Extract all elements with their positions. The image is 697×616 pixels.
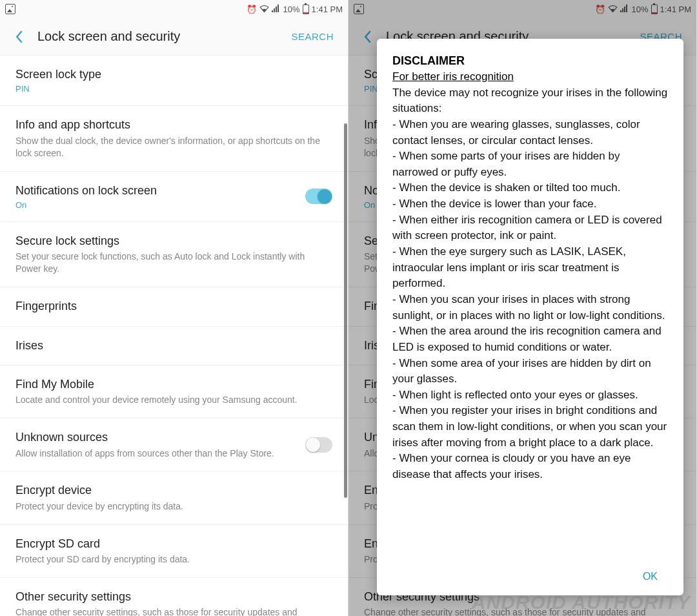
back-button[interactable] — [6, 24, 32, 50]
setting-value: PIN — [15, 84, 332, 94]
dialog-subtitle: For better iris recognition — [392, 69, 668, 85]
svg-rect-0 — [272, 10, 273, 12]
setting-irises[interactable]: Irises — [0, 327, 348, 365]
setting-description: Locate and control your device remotely … — [15, 394, 332, 406]
dialog-bullet: - When the eye surgery such as LASIK, LA… — [392, 244, 668, 292]
svg-rect-2 — [276, 6, 277, 12]
setting-encrypt_device[interactable]: Encrypt deviceProtect your device by enc… — [0, 471, 348, 524]
setting-title: Secure lock settings — [15, 234, 332, 249]
setting-title: Screen lock type — [15, 67, 332, 82]
setting-title: Fingerprints — [15, 299, 332, 314]
dialog-bullet: - When some area of your irises are hidd… — [392, 356, 668, 387]
setting-description: Protect your device by encrypting its da… — [15, 500, 332, 513]
time: 1:41 PM — [312, 5, 343, 14]
header: Lock screen and security SEARCH — [0, 18, 348, 56]
status-bar: ⏰ 10% 1:41 PM — [0, 0, 348, 18]
setting-description: Protect your SD card by encrypting its d… — [15, 553, 332, 566]
picture-indicator-icon — [5, 4, 15, 14]
setting-description: Allow installation of apps from sources … — [15, 447, 298, 460]
setting-title: Unknown sources — [15, 430, 298, 445]
dialog-bullet: - When you scan your irises in places wi… — [392, 292, 668, 323]
dialog-body: For better iris recognition The device m… — [392, 69, 668, 559]
dialog-bullet: - When the device is lower than your fac… — [392, 196, 668, 212]
disclaimer-dialog: DISCLAIMER For better iris recognition T… — [377, 39, 683, 595]
setting-title: Info and app shortcuts — [15, 118, 332, 132]
dialog-bullet: - When you are wearing glasses, sunglass… — [392, 117, 668, 149]
setting-encrypt_sd[interactable]: Encrypt SD cardProtect your SD card by e… — [0, 525, 348, 578]
svg-rect-1 — [274, 8, 275, 12]
setting-description: Show the dual clock, the device owner's … — [15, 135, 332, 159]
setting-title: Encrypt device — [15, 483, 332, 498]
dialog-title: DISCLAIMER — [392, 54, 668, 68]
toggle-switch[interactable] — [305, 437, 332, 453]
setting-description: Set your secure lock functions, such as … — [15, 251, 332, 275]
toggle-switch[interactable] — [305, 189, 332, 204]
dialog-bullet: - When your cornea is cloudy or you have… — [392, 451, 668, 482]
dialog-ok-button[interactable]: OK — [632, 566, 668, 588]
dialog-bullet: - When you register your irises in brigh… — [392, 403, 668, 451]
search-action[interactable]: SEARCH — [283, 26, 341, 47]
battery-icon — [303, 5, 309, 14]
screen-right: ⏰ 10% 1:41 PM Lock screen and security S… — [348, 0, 697, 616]
battery-pct: 10% — [283, 5, 300, 14]
setting-title: Encrypt SD card — [15, 537, 332, 551]
setting-info_shortcuts[interactable]: Info and app shortcutsShow the dual cloc… — [0, 106, 348, 171]
setting-description: Change other security settings, such as … — [15, 606, 332, 616]
page-title: Lock screen and security — [32, 29, 283, 44]
dialog-bullet: - When the device is shaken or tilted to… — [392, 180, 668, 196]
setting-title: Irises — [15, 338, 332, 353]
scrollbar[interactable] — [344, 123, 347, 498]
dialog-bullet: - When some parts of your irises are hid… — [392, 149, 668, 180]
setting-unknown_sources[interactable]: Unknown sourcesAllow installation of app… — [0, 418, 348, 471]
setting-title: Notifications on lock screen — [15, 183, 298, 198]
dialog-bullet: - When the area around the iris recognit… — [392, 323, 668, 355]
svg-rect-3 — [278, 5, 279, 12]
setting-screen_lock[interactable]: Screen lock typePIN — [0, 56, 348, 106]
signal-icon — [272, 5, 281, 14]
alarm-icon: ⏰ — [247, 5, 257, 14]
setting-notifications[interactable]: Notifications on lock screenOn — [0, 172, 348, 222]
dialog-bullet: - When light is reflected onto your eyes… — [392, 387, 668, 404]
setting-secure_lock[interactable]: Secure lock settingsSet your secure lock… — [0, 222, 348, 287]
setting-find_mobile[interactable]: Find My MobileLocate and control your de… — [0, 365, 348, 418]
wifi-icon — [259, 5, 269, 14]
setting-value: On — [15, 200, 298, 210]
screen-left: ⏰ 10% 1:41 PM Lock screen and security S… — [0, 0, 348, 616]
dialog-intro: The device may not recognize your irises… — [392, 85, 668, 117]
dialog-bullet: - When either iris recognition camera or… — [392, 212, 668, 244]
setting-fingerprints[interactable]: Fingerprints — [0, 287, 348, 326]
setting-title: Other security settings — [15, 590, 332, 604]
setting-other[interactable]: Other security settingsChange other secu… — [0, 578, 348, 616]
setting-title: Find My Mobile — [15, 377, 332, 392]
content-scroll[interactable]: Screen lock typePINInfo and app shortcut… — [0, 56, 348, 616]
